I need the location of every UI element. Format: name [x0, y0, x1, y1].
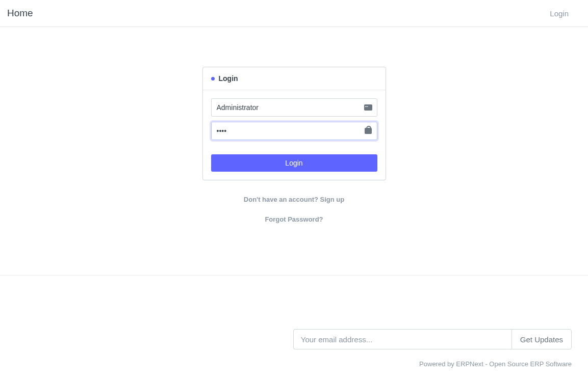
- footer-divider: [0, 275, 588, 276]
- login-nav-link[interactable]: Login: [550, 9, 581, 18]
- username-input[interactable]: [211, 98, 377, 117]
- auth-links: Don't have an account? Sign up Forgot Pa…: [244, 196, 344, 235]
- keyboard-icon: [364, 104, 372, 111]
- password-wrap: [211, 122, 377, 140]
- signup-link[interactable]: Don't have an account? Sign up: [244, 196, 344, 203]
- newsletter-form: Get Updates: [293, 329, 572, 349]
- newsletter-email-input[interactable]: [293, 329, 512, 349]
- lock-icon: [364, 127, 372, 134]
- password-input[interactable]: [211, 122, 377, 140]
- indicator-dot-icon: [211, 77, 215, 80]
- forgot-password-link[interactable]: Forgot Password?: [244, 215, 344, 223]
- login-button[interactable]: Login: [211, 154, 377, 172]
- get-updates-button[interactable]: Get Updates: [512, 329, 572, 349]
- card-header: Login: [203, 67, 386, 90]
- main-content: Login Login Don't have an account? Sign …: [0, 27, 588, 235]
- powered-by-text: Powered by ERPNext - Open Source ERP Sof…: [419, 360, 572, 368]
- card-body: Login: [203, 90, 386, 180]
- home-link[interactable]: Home: [7, 8, 33, 19]
- username-wrap: [211, 98, 377, 117]
- card-title: Login: [219, 74, 238, 83]
- login-card: Login Login: [202, 67, 386, 180]
- navbar: Home Login: [0, 0, 588, 27]
